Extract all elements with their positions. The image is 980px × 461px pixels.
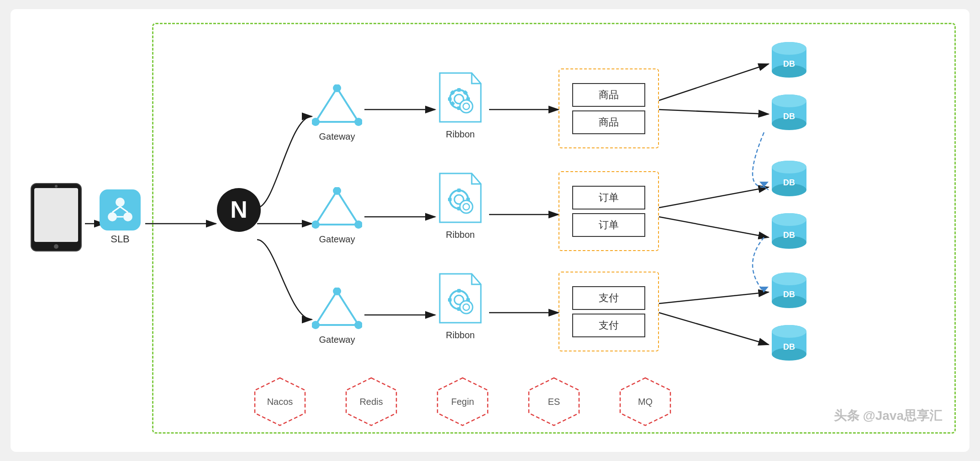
ribbon-top: Ribbon xyxy=(435,71,485,140)
mq-label: MQ xyxy=(638,397,653,407)
green-border-box xyxy=(152,23,956,434)
slb-label: SLB xyxy=(100,233,141,245)
service-card-bot-2: 支付 xyxy=(572,314,645,337)
mq-node: MQ xyxy=(613,374,677,429)
db-2: DB xyxy=(769,94,810,134)
service-card-mid-2: 订单 xyxy=(572,213,645,237)
gateway-mid-label: Gateway xyxy=(312,234,362,245)
gateway-bot: Gateway xyxy=(312,288,362,345)
gateway-top: Gateway xyxy=(312,84,362,142)
tablet-device xyxy=(29,183,84,261)
svg-point-38 xyxy=(312,220,320,229)
service-box-mid: 订单 订单 xyxy=(558,171,659,251)
es-node: ES xyxy=(522,374,586,429)
redis-node: Redis xyxy=(339,374,403,429)
svg-text:DB: DB xyxy=(783,342,795,351)
service-box-top: 商品 商品 xyxy=(558,68,659,148)
es-label: ES xyxy=(548,397,560,407)
slb-icon xyxy=(100,189,141,230)
service-card-bot-1: 支付 xyxy=(572,286,645,310)
watermark: 头条 @Java思享汇 xyxy=(834,407,942,424)
svg-point-26 xyxy=(123,212,132,221)
svg-point-43 xyxy=(354,321,362,329)
svg-point-85 xyxy=(772,161,806,173)
svg-line-28 xyxy=(120,207,128,212)
ribbon-mid-label: Ribbon xyxy=(435,230,485,240)
svg-text:DB: DB xyxy=(783,290,795,299)
service-card-mid-1: 订单 xyxy=(572,186,645,210)
db-1: DB xyxy=(769,41,810,82)
nacos-label: Nacos xyxy=(267,397,293,407)
svg-point-90 xyxy=(772,213,806,226)
svg-point-80 xyxy=(772,94,806,107)
redis-label: Redis xyxy=(359,397,383,407)
svg-marker-36 xyxy=(316,191,358,225)
svg-point-42 xyxy=(312,321,320,329)
svg-point-95 xyxy=(772,272,806,285)
service-card-top-2: 商品 xyxy=(572,110,645,134)
slb-node: SLB xyxy=(100,189,141,245)
fegin-label: Fegin xyxy=(451,397,474,407)
svg-point-23 xyxy=(55,185,58,188)
svg-rect-60 xyxy=(448,198,452,201)
infra-row: Nacos Redis Fegin ES MQ xyxy=(248,374,677,429)
db-5: DB xyxy=(769,272,810,312)
ribbon-top-label: Ribbon xyxy=(435,129,485,140)
svg-line-27 xyxy=(112,207,120,212)
svg-rect-58 xyxy=(457,189,461,192)
svg-rect-66 xyxy=(457,289,461,293)
db-3: DB xyxy=(769,160,810,200)
gateway-top-label: Gateway xyxy=(312,131,362,142)
svg-text:N: N xyxy=(230,196,248,223)
svg-rect-46 xyxy=(457,88,461,92)
svg-point-24 xyxy=(116,198,125,207)
svg-marker-40 xyxy=(316,291,358,325)
svg-point-100 xyxy=(772,325,806,338)
svg-point-22 xyxy=(54,244,58,249)
gateway-mid: Gateway xyxy=(312,187,362,245)
nacos-node: Nacos xyxy=(248,374,312,429)
service-card-top-1: 商品 xyxy=(572,83,645,107)
svg-text:DB: DB xyxy=(783,178,795,187)
svg-rect-48 xyxy=(448,97,452,101)
service-box-bot: 支付 支付 xyxy=(558,272,659,351)
ribbon-bot-label: Ribbon xyxy=(435,330,485,341)
svg-marker-32 xyxy=(316,88,358,122)
ribbon-mid: Ribbon xyxy=(435,171,485,240)
svg-point-75 xyxy=(772,42,806,55)
db-4: DB xyxy=(769,212,810,253)
nginx-node: N xyxy=(216,187,262,235)
main-diagram: SLB N Gateway Gateway xyxy=(11,9,969,452)
svg-point-25 xyxy=(108,212,117,221)
gateway-bot-label: Gateway xyxy=(312,335,362,345)
db-6: DB xyxy=(769,324,810,365)
svg-text:DB: DB xyxy=(783,230,795,240)
svg-point-34 xyxy=(312,118,320,126)
svg-point-62 xyxy=(460,200,473,213)
fegin-node: Fegin xyxy=(431,374,495,429)
svg-rect-21 xyxy=(34,188,78,242)
svg-text:DB: DB xyxy=(783,59,795,68)
svg-point-54 xyxy=(460,100,473,113)
svg-point-35 xyxy=(354,118,362,126)
ribbon-bot: Ribbon xyxy=(435,272,485,341)
svg-rect-68 xyxy=(448,298,452,302)
svg-point-39 xyxy=(354,220,362,229)
svg-point-70 xyxy=(460,301,473,314)
svg-text:DB: DB xyxy=(783,112,795,121)
